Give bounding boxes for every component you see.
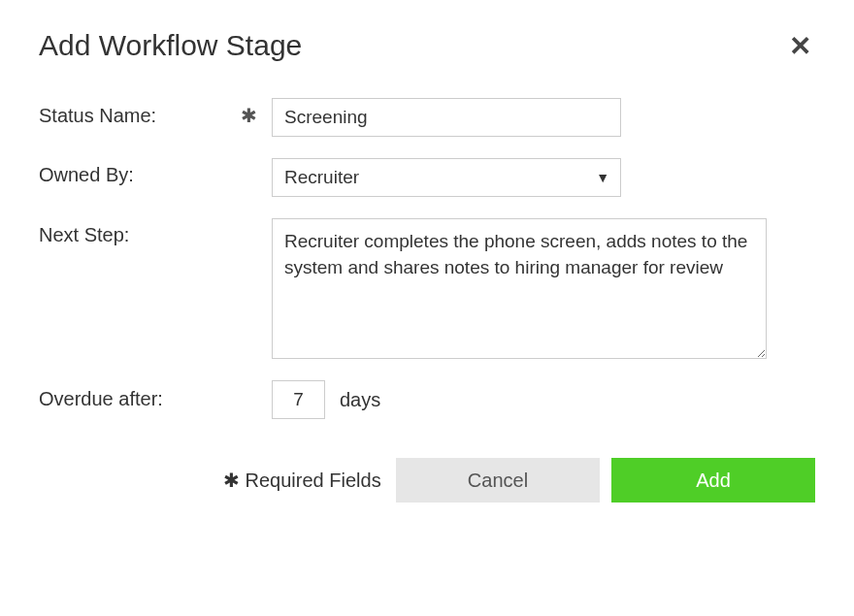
status-name-label: Status Name:: [39, 105, 156, 127]
next-step-textarea[interactable]: [272, 218, 767, 359]
cancel-button[interactable]: Cancel: [396, 458, 600, 503]
owned-by-select[interactable]: Recruiter: [272, 158, 621, 197]
owned-by-label: Owned By:: [39, 164, 134, 186]
overdue-after-input[interactable]: [272, 380, 325, 419]
chevron-down-icon: ▼: [596, 170, 609, 185]
required-fields-note: ✱ Required Fields: [223, 469, 381, 492]
overdue-unit-label: days: [340, 389, 380, 411]
close-icon[interactable]: ✕: [785, 29, 815, 64]
next-step-label: Next Step:: [39, 224, 129, 246]
dialog-title: Add Workflow Stage: [39, 29, 302, 62]
add-button[interactable]: Add: [611, 458, 815, 503]
required-star-icon: ✱: [241, 104, 257, 127]
owned-by-value: Recruiter: [284, 167, 359, 188]
overdue-after-label: Overdue after:: [39, 388, 163, 410]
status-name-input[interactable]: [272, 98, 621, 137]
